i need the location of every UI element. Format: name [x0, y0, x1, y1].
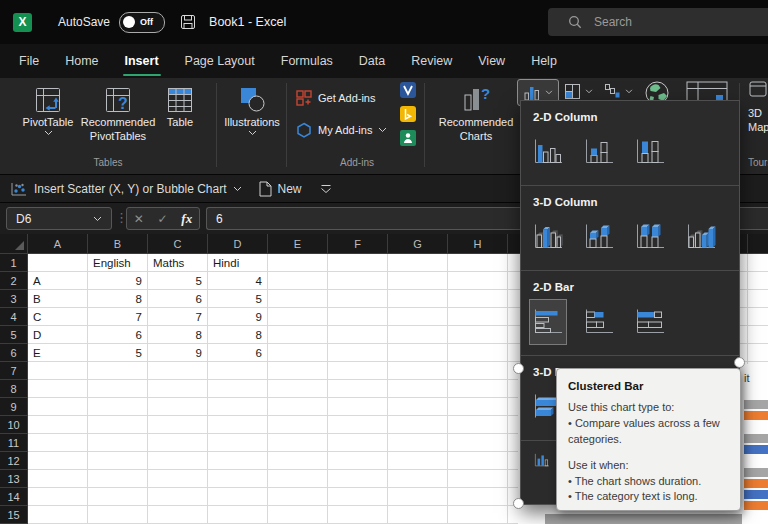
insert-function-icon[interactable]: fx: [181, 211, 192, 227]
cell-A14[interactable]: [28, 488, 88, 506]
cell-B6[interactable]: 5: [88, 344, 148, 362]
cell-A8[interactable]: [28, 380, 88, 398]
cell-B4[interactable]: 7: [88, 308, 148, 326]
chart-type-stacked-bar[interactable]: [580, 299, 618, 345]
cell-H14[interactable]: [448, 488, 508, 506]
cell-D1[interactable]: Hindi: [208, 254, 268, 272]
bing-addin-icon[interactable]: [400, 106, 416, 122]
cell-E9[interactable]: [268, 398, 328, 416]
row-header-13[interactable]: 13: [0, 470, 28, 488]
cell-C6[interactable]: 9: [148, 344, 208, 362]
cancel-icon[interactable]: ✕: [134, 212, 144, 226]
tab-review[interactable]: Review: [398, 44, 465, 78]
cell-A7[interactable]: [28, 362, 88, 380]
cell-G2[interactable]: [388, 272, 448, 290]
chart-type-clustered-bar[interactable]: [529, 299, 567, 345]
cell[interactable]: [748, 272, 768, 290]
row-header-11[interactable]: 11: [0, 434, 28, 452]
chart-type-3d-100-stacked-column[interactable]: [631, 214, 669, 260]
cell-A1[interactable]: [28, 254, 88, 272]
cell-D12[interactable]: [208, 452, 268, 470]
row-header-10[interactable]: 10: [0, 416, 28, 434]
cell-C13[interactable]: [148, 470, 208, 488]
cell-A2[interactable]: A: [28, 272, 88, 290]
chart-type-3d-stacked-column[interactable]: [580, 214, 618, 260]
cell-A11[interactable]: [28, 434, 88, 452]
cell-B5[interactable]: 6: [88, 326, 148, 344]
autosave-toggle[interactable]: Off: [119, 12, 165, 33]
cell-G10[interactable]: [388, 416, 448, 434]
cell-B12[interactable]: [88, 452, 148, 470]
cell-E4[interactable]: [268, 308, 328, 326]
search-input[interactable]: [592, 14, 746, 30]
cell-E15[interactable]: [268, 506, 328, 524]
cell-A15[interactable]: [28, 506, 88, 524]
cell-H7[interactable]: [448, 362, 508, 380]
cell-A3[interactable]: B: [28, 290, 88, 308]
cell-B1[interactable]: English: [88, 254, 148, 272]
cell-A9[interactable]: [28, 398, 88, 416]
cell[interactable]: [748, 290, 768, 308]
col-header-A[interactable]: A: [28, 234, 88, 254]
cell-E14[interactable]: [268, 488, 328, 506]
cell-E13[interactable]: [268, 470, 328, 488]
cell-F8[interactable]: [328, 380, 388, 398]
recommended-charts-button[interactable]: ? Recommended Charts: [432, 81, 520, 144]
pivottable-button[interactable]: PivotTable: [12, 81, 84, 136]
cell[interactable]: [748, 254, 768, 272]
cell-F5[interactable]: [328, 326, 388, 344]
cell-G15[interactable]: [388, 506, 448, 524]
cell-C7[interactable]: [148, 362, 208, 380]
new-button[interactable]: New: [278, 182, 302, 196]
tab-insert[interactable]: Insert: [112, 44, 172, 78]
cell-F15[interactable]: [328, 506, 388, 524]
cell-G14[interactable]: [388, 488, 448, 506]
cell-B7[interactable]: [88, 362, 148, 380]
cell-D6[interactable]: 6: [208, 344, 268, 362]
cell-E11[interactable]: [268, 434, 328, 452]
cell-B11[interactable]: [88, 434, 148, 452]
table-button[interactable]: Table: [152, 81, 208, 130]
cell-F13[interactable]: [328, 470, 388, 488]
row-header-14[interactable]: 14: [0, 488, 28, 506]
chart-type-3d-clustered-column[interactable]: [529, 214, 567, 260]
cell-D3[interactable]: 5: [208, 290, 268, 308]
cell-C9[interactable]: [148, 398, 208, 416]
col-header-D[interactable]: D: [208, 234, 268, 254]
cell-H9[interactable]: [448, 398, 508, 416]
cell-B2[interactable]: 9: [88, 272, 148, 290]
row-header-12[interactable]: 12: [0, 452, 28, 470]
select-all-corner[interactable]: [0, 234, 28, 254]
cell-F14[interactable]: [328, 488, 388, 506]
cell-C2[interactable]: 5: [148, 272, 208, 290]
tab-file[interactable]: File: [6, 44, 52, 78]
col-header-C[interactable]: C: [148, 234, 208, 254]
search-box[interactable]: [548, 8, 768, 36]
customize-qat-icon[interactable]: [320, 184, 332, 195]
cell-H12[interactable]: [448, 452, 508, 470]
cell-C14[interactable]: [148, 488, 208, 506]
cell-E12[interactable]: [268, 452, 328, 470]
cell-E2[interactable]: [268, 272, 328, 290]
cell-E1[interactable]: [268, 254, 328, 272]
cell-A13[interactable]: [28, 470, 88, 488]
cell-H13[interactable]: [448, 470, 508, 488]
cell-G8[interactable]: [388, 380, 448, 398]
3d-map-button[interactable]: 3D Map: [748, 80, 768, 135]
cell-C1[interactable]: Maths: [148, 254, 208, 272]
row-header-2[interactable]: 2: [0, 272, 28, 290]
tab-home[interactable]: Home: [52, 44, 111, 78]
visio-addin-icon[interactable]: [400, 82, 416, 98]
chart-type-clustered-column[interactable]: [529, 129, 567, 175]
cell-F2[interactable]: [328, 272, 388, 290]
cell-E7[interactable]: [268, 362, 328, 380]
cell-C8[interactable]: [148, 380, 208, 398]
cell-C3[interactable]: 6: [148, 290, 208, 308]
chart-type-3d-column[interactable]: [682, 214, 720, 260]
row-header-9[interactable]: 9: [0, 398, 28, 416]
cell-C4[interactable]: 7: [148, 308, 208, 326]
cell-G5[interactable]: [388, 326, 448, 344]
cell-G6[interactable]: [388, 344, 448, 362]
cell-G12[interactable]: [388, 452, 448, 470]
cell-D4[interactable]: 9: [208, 308, 268, 326]
